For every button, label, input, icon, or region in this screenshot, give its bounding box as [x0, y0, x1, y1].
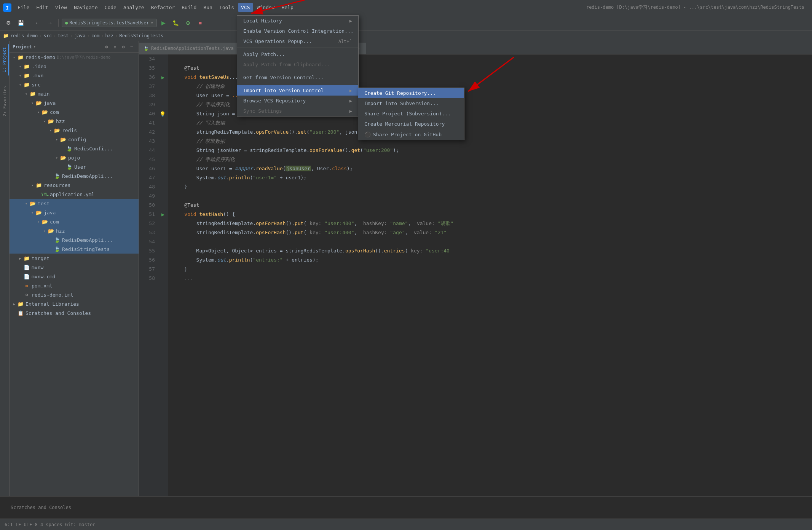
tree-item-com[interactable]: ▾ 📂 com [10, 107, 139, 117]
toolbar-settings-btn[interactable]: ⚙ [3, 18, 14, 28]
panel-tab-favorites[interactable]: 2: Favorites [1, 83, 9, 119]
tab-redisdemoapp[interactable]: 🍃 RedisDemoApplicationTests.java × [139, 43, 245, 54]
menu-refactor[interactable]: Refactor [148, 3, 178, 12]
sidebar-add-btn[interactable]: ⊕ [103, 43, 110, 51]
menu-enable-vcs[interactable]: Enable Version Control Integration... [237, 26, 358, 36]
tree-label-iml: redis-demo.iml [32, 292, 73, 298]
ln-55: 55 [142, 246, 155, 255]
run-button[interactable]: ▶ [158, 18, 169, 28]
breadcrumb-hzz[interactable]: hzz [105, 33, 114, 38]
vcs-menu: Local History ▶ Enable Version Control I… [237, 15, 359, 117]
tree-item-redisconfig[interactable]: 🍃 RedisConfi... [10, 144, 139, 153]
menu-import-vcs[interactable]: Import into Version Control ▶ [237, 85, 358, 96]
tree-label-extlibs: External Libraries [26, 301, 79, 307]
submenu-create-git[interactable]: Create Git Repository... [358, 88, 464, 98]
menu-build[interactable]: Build [179, 3, 199, 12]
line-numbers: 34 35 36 37 38 39 40 41 42 43 44 45 46 4… [139, 54, 158, 496]
menu-local-history[interactable]: Local History ▶ [237, 16, 358, 26]
breadcrumb-src[interactable]: src [43, 33, 52, 38]
stop-button[interactable]: ■ [195, 18, 206, 28]
menu-file[interactable]: File [14, 3, 32, 12]
tree-item-com-test[interactable]: ▾ 📂 com [10, 217, 139, 226]
submenu-share-github[interactable]: ⚫ Share Project on GitHub [358, 129, 464, 140]
submenu-share-svn[interactable]: Share Project (Subversion)... [358, 109, 464, 119]
tree-item-src[interactable]: ▾ 📁 src [10, 80, 139, 89]
toolbar-forward-btn[interactable]: → [45, 18, 55, 28]
tree-item-mvnwcmd[interactable]: 📄 mvnw.cmd [10, 272, 139, 281]
gutter-36[interactable]: ▶ [158, 73, 168, 82]
toolbar-back-btn[interactable]: ← [32, 18, 43, 28]
code-content[interactable]: @Test void testSaveUs... // 创建对象 User us… [168, 54, 812, 496]
menu-navigate[interactable]: Navigate [71, 3, 101, 12]
menu-analyze[interactable]: Analyze [120, 3, 147, 12]
tree-item-test[interactable]: ▾ 📂 test [10, 199, 139, 208]
tree-item-user[interactable]: 🍃 User [10, 162, 139, 171]
tree-item-config[interactable]: ▾ 📂 config [10, 135, 139, 144]
tree-item-pojo[interactable]: ▾ 📂 pojo [10, 153, 139, 162]
tree-item-scratches[interactable]: 📋 Scratches and Consoles [10, 308, 139, 318]
panel-tab-project[interactable]: 1: Project [0, 44, 9, 75]
submenu-create-mercurial[interactable]: Create Mercurial Repository [358, 119, 464, 129]
lightbulb-icon-40[interactable]: 💡 [160, 111, 166, 117]
tree-arrow-redisstringtests [48, 247, 54, 251]
sidebar-settings-btn[interactable]: ⚙ [120, 43, 127, 51]
tree-item-hzz-test[interactable]: ▾ 📂 hzz [10, 226, 139, 235]
tree-item-idea[interactable]: ▾ 📁 .idea [10, 62, 139, 71]
run-config-label: RedisStringTests.testSaveUser [69, 20, 149, 26]
menu-view[interactable]: View [52, 3, 70, 12]
sidebar-minimize-btn[interactable]: — [128, 43, 136, 51]
tree-arrow-user [60, 165, 66, 169]
tree-item-java[interactable]: ▾ 📂 java [10, 98, 139, 107]
menu-edit[interactable]: Edit [33, 3, 51, 12]
tree-item-target[interactable]: ▶ 📁 target [10, 254, 139, 263]
tree-item-redis[interactable]: ▾ 📂 redis [10, 126, 139, 135]
code-editor: 34 35 36 37 38 39 40 41 42 43 44 45 46 4… [139, 54, 812, 496]
tree-item-mvnw[interactable]: 📄 mvnw [10, 263, 139, 272]
ln-56: 56 [142, 255, 155, 265]
menu-vcs[interactable]: VCS [238, 3, 253, 12]
tree-item-main[interactable]: ▾ 📁 main [10, 89, 139, 98]
tree-item-resources[interactable]: ▾ 📁 resources [10, 180, 139, 190]
toolbar: ⚙ 💾 ← → ● RedisStringTests.testSaveUser … [0, 15, 812, 30]
tree-item-root[interactable]: ▾ 📁 redis-demo D:\java学习\redis-demo [10, 53, 139, 62]
debug-button[interactable]: 🐛 [171, 18, 181, 28]
tree-item-iml[interactable]: ⚙ redis-demo.iml [10, 290, 139, 299]
menu-tools[interactable]: Tools [216, 3, 237, 12]
menu-browse-vcs[interactable]: Browse VCS Repository ▶ [237, 96, 358, 106]
menu-vcs-popup[interactable]: VCS Operations Popup... Alt+` [237, 36, 358, 46]
sidebar-dropdown-arrow[interactable]: ▾ [34, 44, 36, 49]
code-line-57: } [172, 265, 807, 274]
menu-code[interactable]: Code [102, 3, 120, 12]
menu-get-from-vcs[interactable]: Get from Version Control... [237, 72, 358, 83]
menu-window[interactable]: Window [254, 3, 278, 12]
tree-item-redisstringtests[interactable]: 🍃 RedisStringTests [10, 244, 139, 254]
tree-item-redisdemoapp-test[interactable]: 🍃 RedisDemoAppli... [10, 235, 139, 244]
tree-item-hzz[interactable]: ▾ 📂 hzz [10, 117, 139, 126]
gutter-51[interactable]: ▶ [158, 210, 168, 219]
menu-help[interactable]: Help [279, 3, 297, 12]
folder-icon-src: 📁 [23, 81, 30, 88]
coverage-button[interactable]: ⊕ [183, 18, 193, 28]
breadcrumb-root[interactable]: redis-demo [10, 33, 38, 38]
run-config-selector[interactable]: ● RedisStringTests.testSaveUser ▾ [62, 19, 157, 27]
submenu-import-svn[interactable]: Import into Subversion... [358, 98, 464, 109]
breadcrumb-test[interactable]: test [57, 33, 69, 38]
breadcrumb-file[interactable]: RedisStringTests [120, 33, 164, 38]
menu-run[interactable]: Run [200, 3, 215, 12]
tree-label-config: config [68, 137, 86, 142]
tree-item-mvn[interactable]: ▾ 📁 .mvn [10, 71, 139, 80]
tree-item-redisdemo-main[interactable]: 🍃 RedisDemoAppli... [10, 171, 139, 180]
menu-apply-patch[interactable]: Apply Patch... [237, 49, 358, 59]
breadcrumb-com[interactable]: com [91, 33, 100, 38]
breadcrumb-java[interactable]: java [75, 33, 86, 38]
tree-item-pomxml[interactable]: m pom.xml [10, 281, 139, 290]
code-line-52: stringRedisTemplate.opsForHash().put( ke… [172, 219, 807, 228]
tree-item-appyml[interactable]: YML application.yml [10, 190, 139, 199]
share-github-label: Share Project on GitHub [373, 132, 442, 137]
sidebar-scroll-btn[interactable]: ⇕ [111, 43, 119, 51]
tree-item-extlibs[interactable]: ▶ 📁 External Libraries [10, 299, 139, 308]
tree-item-java-test[interactable]: ▾ 📂 java [10, 208, 139, 217]
folder-icon-test: 📂 [29, 200, 36, 207]
toolbar-save-btn[interactable]: 💾 [15, 18, 26, 28]
bottom-tab-scratches[interactable]: Scratches and Consoles [6, 503, 76, 512]
